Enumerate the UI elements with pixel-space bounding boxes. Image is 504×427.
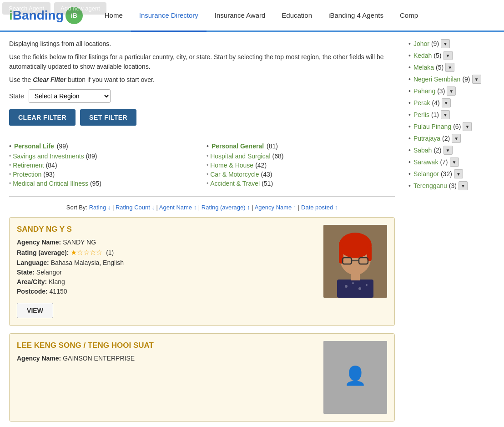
region-dropdown-negeri[interactable]: ▼ (472, 75, 481, 84)
sort-rating-average[interactable]: Rating (average) ↑ (202, 204, 250, 211)
add-agent-button[interactable]: Add new agent (54, 2, 106, 15)
agent-name-sandy: SANDY NG Y S (17, 225, 316, 234)
region-dropdown-selangor[interactable]: ▼ (454, 169, 463, 178)
region-count-melaka: (5) (436, 64, 444, 71)
sub-accident: Accident & Travel (51) (207, 180, 395, 187)
cat-count-personal-general: (81) (267, 142, 278, 150)
sub-link-medical[interactable]: Medical and Critical Illness (13, 180, 88, 187)
sub-link-hospital[interactable]: Hospital and Surgical (210, 152, 270, 160)
region-count-perlis: (1) (431, 111, 439, 118)
nav-item-comp[interactable]: Comp (392, 0, 426, 30)
region-johor: Johor (9) ▼ (408, 39, 499, 48)
nav-link-education[interactable]: Education (273, 0, 320, 32)
navbar: Search Agent Add new agent iBanding iB H… (0, 0, 504, 32)
sub-link-savings[interactable]: Savings and Investments (13, 152, 84, 160)
nav-link-comp[interactable]: Comp (392, 0, 426, 32)
sort-agent-name[interactable]: Agent Name ↑ (159, 204, 197, 211)
region-dropdown-sabah[interactable]: ▼ (444, 146, 453, 155)
agent-agency-lee: Agency Name: GAINSON ENTERPRISE (17, 355, 316, 362)
sub-link-accident[interactable]: Accident & Travel (210, 180, 260, 187)
cat-count-personal-life: (99) (57, 142, 68, 150)
region-count-johor: (9) (431, 40, 439, 47)
region-dropdown-putrajaya[interactable]: ▼ (452, 134, 461, 143)
sort-rating-count[interactable]: Rating Count ↓ (116, 204, 155, 211)
region-negeri: Negeri Sembilan (9) ▼ (408, 75, 499, 84)
set-filter-button[interactable]: SET FILTER (80, 109, 136, 126)
sub-link-car[interactable]: Car & Motorcycle (210, 171, 259, 178)
region-dropdown-pulau-pinang[interactable]: ▼ (463, 122, 472, 131)
region-link-pahang[interactable]: Pahang (413, 87, 435, 95)
sub-home: Home & House (42) (207, 162, 395, 169)
cat-link-personal-life[interactable]: Personal Life (14, 142, 54, 150)
region-dropdown-kedah[interactable]: ▼ (444, 51, 453, 60)
stars-sandy: ★☆☆☆☆ (71, 248, 102, 257)
agent-language-sandy: Language: Bahasa Malaysia, English (17, 259, 316, 266)
nav-link-insurance-directory[interactable]: Insurance Directory (131, 0, 207, 32)
region-link-kedah[interactable]: Kedah (413, 52, 432, 59)
search-agent-button[interactable]: Search Agent (2, 2, 50, 15)
region-dropdown-pahang[interactable]: ▼ (447, 86, 456, 96)
region-link-negeri[interactable]: Negeri Sembilan (413, 76, 461, 83)
region-count-putrajaya: (2) (442, 135, 450, 142)
sub-medical: Medical and Critical Illness (95) (9, 180, 197, 187)
nav-link-insurance-award[interactable]: Insurance Award (207, 0, 273, 32)
nav-link-ibanding-agents[interactable]: iBanding 4 Agents (320, 0, 392, 32)
nav-item-education[interactable]: Education (273, 0, 320, 30)
sort-rating[interactable]: Rating ↓ (89, 204, 111, 211)
display-text: Displaying listings from all locations. (9, 39, 395, 49)
agent-agency-sandy: Agency Name: SANDY NG (17, 239, 316, 246)
state-label: State (9, 92, 24, 100)
nav-item-insurance-directory[interactable]: Insurance Directory (131, 0, 207, 30)
region-link-sarawak[interactable]: Sarawak (413, 158, 438, 166)
nav-item-ibanding-agents[interactable]: iBanding 4 Agents (320, 0, 392, 30)
region-link-terengganu[interactable]: Terengganu (413, 182, 447, 189)
sidebar: Johor (9) ▼ Kedah (5) ▼ Melaka (5) ▼ Neg… (404, 32, 504, 427)
nav-item-insurance-award[interactable]: Insurance Award (207, 0, 273, 30)
region-link-johor[interactable]: Johor (413, 40, 429, 47)
region-select[interactable]: Select a Region (29, 89, 111, 103)
region-count-pulau-pinang: (6) (453, 123, 461, 130)
sort-agency-name[interactable]: Agency Name ↑ (255, 204, 297, 211)
cat-link-personal-general[interactable]: Personal General (212, 142, 264, 150)
category-personal-general: Personal General (81) Hospital and Surgi… (207, 142, 395, 189)
sort-date-posted[interactable]: Date posted ↑ (301, 204, 338, 211)
region-link-melaka[interactable]: Melaka (413, 64, 434, 71)
region-count-pahang: (3) (437, 87, 445, 95)
region-count-selangor: (32) (441, 170, 452, 178)
region-link-selangor[interactable]: Selangor (413, 170, 439, 178)
agent-photo-lee: 👤 (323, 341, 387, 414)
region-count-negeri: (9) (462, 76, 470, 83)
region-kedah: Kedah (5) ▼ (408, 51, 499, 60)
region-dropdown-sarawak[interactable]: ▼ (450, 158, 459, 167)
region-dropdown-perak[interactable]: ▼ (442, 98, 451, 107)
region-dropdown-johor[interactable]: ▼ (441, 39, 450, 48)
agent-photo-svg-lee: 👤 (323, 341, 387, 414)
region-pahang: Pahang (3) ▼ (408, 86, 499, 96)
content-area: Displaying listings from all locations. … (0, 32, 404, 427)
region-link-putrajaya[interactable]: Putrajaya (413, 135, 440, 142)
agent-postcode-sandy: Postcode: 41150 (17, 288, 316, 295)
sub-link-protection[interactable]: Protection (13, 171, 41, 178)
sub-count-protection: (93) (43, 171, 55, 178)
region-putrajaya: Putrajaya (2) ▼ (408, 134, 499, 143)
sub-link-retirement[interactable]: Retirement (13, 162, 44, 169)
region-link-pulau-pinang[interactable]: Pulau Pinang (413, 123, 451, 130)
region-count-kedah: (5) (433, 52, 441, 59)
region-link-perak[interactable]: Perak (413, 99, 430, 107)
region-sarawak: Sarawak (7) ▼ (408, 158, 499, 167)
clear-filter-button[interactable]: CLEAR FILTER (9, 109, 76, 126)
svg-point-2 (339, 233, 372, 258)
sub-protection: Protection (93) (9, 171, 197, 178)
region-dropdown-melaka[interactable]: ▼ (445, 63, 454, 72)
region-count-perak: (4) (432, 99, 439, 107)
region-link-perlis[interactable]: Perlis (413, 111, 429, 118)
agent-name-lee: LEE KENG SONG / TENG HOOI SUAT (17, 341, 316, 350)
categories-section: Personal Life (99) Savings and Investmen… (9, 142, 395, 197)
region-dropdown-terengganu[interactable]: ▼ (459, 181, 468, 190)
region-link-sabah[interactable]: Sabah (413, 147, 432, 154)
view-button-sandy[interactable]: VIEW (17, 303, 53, 318)
region-dropdown-perlis[interactable]: ▼ (441, 110, 450, 119)
sub-retirement: Retirement (84) (9, 162, 197, 169)
sub-savings: Savings and Investments (89) (9, 152, 197, 160)
sub-link-home[interactable]: Home & House (210, 162, 253, 169)
